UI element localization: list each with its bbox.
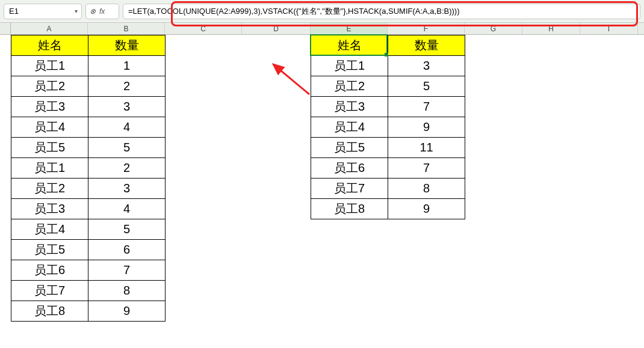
- cell-qty[interactable]: 9: [388, 199, 465, 219]
- cell-qty[interactable]: 5: [88, 138, 166, 158]
- cell-qty[interactable]: 8: [88, 281, 166, 301]
- formula-bar-row: ▾ ⊗ fx: [0, 0, 644, 23]
- col-header-G[interactable]: G: [465, 23, 522, 34]
- col-header-B[interactable]: B: [88, 23, 165, 34]
- cell-qty[interactable]: 11: [388, 138, 465, 158]
- table-header-row: 姓名 数量: [11, 35, 166, 56]
- cell-name[interactable]: 员工8: [11, 301, 88, 322]
- cell-qty[interactable]: 1: [88, 56, 166, 76]
- table-row: 员工23: [11, 179, 166, 199]
- col-header-H[interactable]: H: [522, 23, 580, 34]
- table-row: 员工34: [11, 199, 166, 219]
- select-all-corner[interactable]: [0, 23, 11, 34]
- table-row: 员工55: [11, 138, 166, 158]
- table-row: 员工44: [11, 117, 166, 138]
- table-row: 员工89: [11, 301, 166, 322]
- table-row: 员工67: [311, 158, 465, 179]
- chevron-down-icon[interactable]: ▾: [75, 8, 78, 14]
- table-row: 员工511: [311, 138, 465, 158]
- cell-qty[interactable]: 2: [88, 158, 166, 179]
- table-row: 员工37: [311, 97, 465, 117]
- table-row: 员工13: [311, 56, 465, 76]
- cell-name[interactable]: 员工1: [11, 158, 88, 179]
- table-row: 员工67: [11, 260, 166, 281]
- table-row: 员工78: [311, 179, 465, 199]
- cell-qty[interactable]: 8: [388, 179, 465, 199]
- col-header-F[interactable]: F: [388, 23, 465, 34]
- cell-qty[interactable]: 9: [88, 301, 166, 322]
- cell-name[interactable]: 员工8: [311, 199, 388, 219]
- table-header-row: 姓名 数量: [311, 35, 465, 56]
- fx-button-zone: ⊗ fx: [85, 4, 119, 19]
- name-box-input[interactable]: [8, 6, 50, 16]
- header-name[interactable]: 姓名: [311, 35, 388, 56]
- cell-name[interactable]: 员工2: [11, 179, 88, 199]
- col-header-E[interactable]: E: [311, 23, 388, 34]
- cell-name[interactable]: 员工4: [11, 219, 88, 240]
- svg-line-0: [273, 64, 309, 94]
- cell-qty[interactable]: 4: [88, 117, 166, 138]
- cancel-icon[interactable]: ⊗: [90, 7, 96, 16]
- table-row: 员工12: [11, 158, 166, 179]
- table-row: 员工78: [11, 281, 166, 301]
- cell-qty[interactable]: 9: [388, 117, 465, 138]
- name-box[interactable]: ▾: [4, 4, 82, 19]
- cell-name[interactable]: 员工6: [11, 260, 88, 281]
- cell-qty[interactable]: 5: [88, 219, 166, 240]
- col-header-C[interactable]: C: [165, 23, 242, 34]
- cell-name[interactable]: 员工5: [11, 138, 88, 158]
- cell-qty[interactable]: 2: [88, 76, 166, 97]
- cell-qty[interactable]: 3: [88, 179, 166, 199]
- table-row: 员工11: [11, 56, 166, 76]
- fx-icon[interactable]: fx: [99, 7, 105, 16]
- header-qty[interactable]: 数量: [88, 35, 166, 56]
- cell-qty[interactable]: 7: [388, 97, 465, 117]
- table-row: 员工49: [311, 117, 465, 138]
- cell-name[interactable]: 员工1: [11, 56, 88, 76]
- cell-name[interactable]: 员工5: [311, 138, 388, 158]
- cell-name[interactable]: 员工3: [311, 97, 388, 117]
- col-header-D[interactable]: D: [242, 23, 311, 34]
- formula-bar[interactable]: [123, 4, 640, 19]
- cell-name[interactable]: 员工2: [11, 76, 88, 97]
- result-data-table: 姓名 数量 员工13员工25员工37员工49员工511员工67员工78员工89: [311, 35, 465, 219]
- cell-qty[interactable]: 3: [88, 97, 166, 117]
- cell-name[interactable]: 员工3: [11, 199, 88, 219]
- column-headers: A B C D E F G H I: [0, 23, 644, 35]
- cell-name[interactable]: 员工7: [11, 281, 88, 301]
- table-row: 员工22: [11, 76, 166, 97]
- col-header-A[interactable]: A: [11, 23, 88, 34]
- source-data-table: 姓名 数量 员工11员工22员工33员工44员工55员工12员工23员工34员工…: [11, 35, 166, 322]
- cell-name[interactable]: 员工4: [311, 117, 388, 138]
- table-row: 员工25: [311, 76, 465, 97]
- formula-input[interactable]: [127, 6, 636, 16]
- header-name[interactable]: 姓名: [11, 35, 88, 56]
- cell-name[interactable]: 员工3: [11, 97, 88, 117]
- cell-name[interactable]: 员工1: [311, 56, 388, 76]
- cell-name[interactable]: 员工2: [311, 76, 388, 97]
- cell-qty[interactable]: 6: [88, 240, 166, 260]
- col-header-I[interactable]: I: [580, 23, 638, 34]
- spreadsheet-grid[interactable]: 姓名 数量 员工11员工22员工33员工44员工55员工12员工23员工34员工…: [0, 35, 644, 348]
- table-row: 员工45: [11, 219, 166, 240]
- table-row: 员工56: [11, 240, 166, 260]
- cell-qty[interactable]: 7: [388, 158, 465, 179]
- cell-qty[interactable]: 5: [388, 76, 465, 97]
- cell-qty[interactable]: 4: [88, 199, 166, 219]
- cell-name[interactable]: 员工6: [311, 158, 388, 179]
- table-row: 员工89: [311, 199, 465, 219]
- cell-name[interactable]: 员工4: [11, 117, 88, 138]
- cell-name[interactable]: 员工5: [11, 240, 88, 260]
- cell-qty[interactable]: 7: [88, 260, 166, 281]
- cell-name[interactable]: 员工7: [311, 179, 388, 199]
- cell-qty[interactable]: 3: [388, 56, 465, 76]
- table-row: 员工33: [11, 97, 166, 117]
- header-qty[interactable]: 数量: [388, 35, 465, 56]
